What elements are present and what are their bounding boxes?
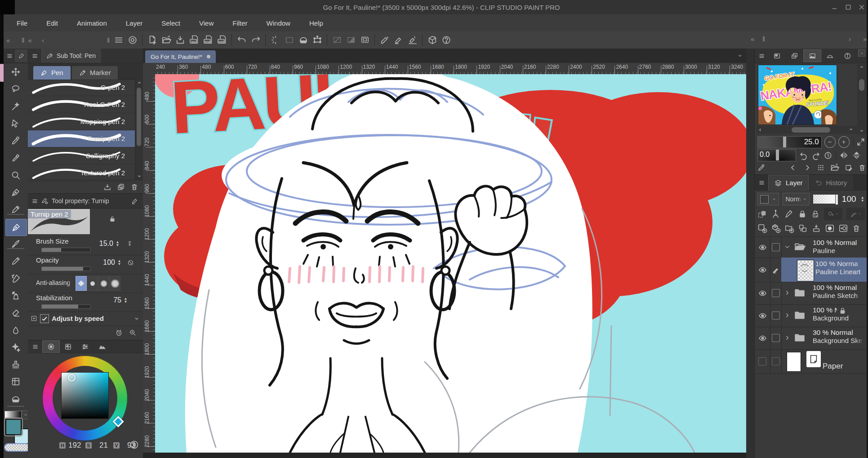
subview-eyedropper-icon[interactable] — [757, 164, 766, 172]
tab-color-set[interactable] — [60, 341, 77, 352]
zoom-slider[interactable]: 25.0 — [757, 136, 822, 148]
enable-keyframes-icon[interactable] — [771, 209, 780, 219]
rotation-slider-handle[interactable] — [776, 150, 779, 160]
duplicate-subtool-icon[interactable] — [117, 183, 125, 191]
workspace-back-icon[interactable]: « — [28, 36, 32, 44]
next-image-icon[interactable] — [803, 164, 811, 172]
panel-collapse-chevron-icon[interactable] — [858, 49, 865, 57]
subtool-tab-marker[interactable]: Marker — [72, 66, 118, 80]
snap-special-ruler-icon[interactable] — [392, 33, 405, 47]
subtool-tab-pen[interactable]: Pen — [33, 66, 71, 80]
delete-layer-icon[interactable] — [852, 224, 861, 233]
tab-navigator[interactable] — [768, 50, 786, 62]
tool-eyedropper-icon[interactable] — [5, 133, 26, 149]
selection-border-icon[interactable] — [358, 33, 372, 47]
collapse-right-panel-icon[interactable]: « — [751, 35, 754, 43]
new-file-icon[interactable] — [145, 33, 159, 47]
tab-quick-access[interactable] — [821, 50, 839, 62]
layer-checkbox[interactable] — [772, 334, 780, 342]
delete-subtool-icon[interactable] — [130, 183, 138, 191]
fit-to-screen-icon[interactable] — [853, 138, 865, 147]
stabilization-value[interactable]: 75 — [113, 296, 121, 304]
tool-strip-tab-icon[interactable] — [15, 50, 27, 62]
rotate-cw-icon[interactable] — [811, 151, 820, 160]
layer-row-background-ske[interactable]: 30 % NormalBackground Ske — [755, 327, 867, 350]
subtool-menu-icon[interactable] — [28, 53, 41, 59]
brush-textured-pen-2[interactable]: Textured pen 2 — [28, 165, 135, 182]
adjust-by-speed-checkbox[interactable] — [40, 314, 49, 323]
brush-real-g-pen-2[interactable]: Real G-Pen 2 — [28, 96, 135, 113]
vector-layer-icon[interactable] — [784, 209, 794, 219]
layer-panel-menu-icon[interactable] — [755, 179, 768, 186]
palette-color-dropdown[interactable] — [757, 193, 779, 205]
menu-file[interactable]: File — [7, 14, 37, 31]
layer-tab[interactable]: Layer — [768, 175, 809, 191]
apply-mask-icon[interactable] — [838, 223, 848, 233]
tool-strip-menu-icon[interactable] — [4, 53, 15, 59]
layer-expander-icon[interactable] — [784, 334, 791, 341]
save-file-icon[interactable] — [173, 33, 187, 47]
opacity-spinner[interactable]: ▲▼ — [116, 258, 122, 267]
main-color-swatch[interactable] — [5, 419, 22, 435]
menu-view[interactable]: View — [190, 14, 223, 31]
tool-blend-icon[interactable] — [5, 322, 26, 338]
invert-selection-icon[interactable] — [344, 33, 358, 47]
zoom-out-button[interactable] — [824, 136, 836, 148]
divider-handle-icon[interactable]: ‖ — [22, 36, 24, 44]
tool-brush-icon[interactable] — [5, 236, 26, 252]
tab-image[interactable] — [803, 49, 821, 62]
open-file-icon[interactable] — [159, 33, 173, 47]
sv-cursor[interactable] — [68, 374, 76, 382]
tool-pen-alt-icon[interactable] — [5, 184, 26, 200]
layer-expander-icon[interactable] — [784, 289, 791, 296]
redo-icon[interactable] — [249, 33, 263, 47]
expand-setting-icon[interactable] — [31, 315, 37, 322]
layer-row-background[interactable]: 100 % NoBackground — [755, 304, 867, 327]
layer-row-pauline-lineart[interactable]: 100 % NormaPauline Lineart — [755, 258, 867, 282]
history-back-icon[interactable]: ‹ — [42, 36, 44, 44]
history-tab[interactable]: History — [809, 175, 854, 190]
transform-icon[interactable] — [310, 33, 324, 47]
import-image-icon[interactable] — [830, 163, 839, 172]
subview-vscrollbar[interactable] — [857, 64, 866, 135]
create-mask-icon[interactable] — [825, 223, 835, 233]
layer-visibility-icon[interactable] — [758, 311, 767, 320]
brush-size-value[interactable]: 15.0 — [99, 240, 113, 248]
tool-pen-icon[interactable] — [5, 219, 27, 236]
layer-expander-icon[interactable] — [784, 312, 791, 319]
tab-color-mixer[interactable] — [94, 341, 111, 352]
transparent-color-button[interactable] — [4, 443, 30, 452]
tab-sub-view[interactable] — [786, 50, 803, 62]
subview-menu-icon[interactable] — [755, 53, 768, 59]
opacity-slider[interactable] — [41, 267, 91, 271]
export-jpg-icon[interactable]: jpg — [187, 33, 201, 47]
anti-aliasing-none[interactable] — [76, 276, 87, 291]
brush-g-pen-2[interactable]: G-pen 2 — [28, 79, 135, 96]
layer-row-pauline-sketch[interactable]: 100 % NormalPauline Sketch — [755, 282, 867, 305]
material-icon[interactable] — [425, 33, 439, 47]
anti-aliasing-weak[interactable] — [87, 276, 98, 291]
palette-dock-handle-icon[interactable]: ‖ — [107, 36, 110, 44]
layer-opacity-value[interactable]: 100 — [842, 194, 856, 204]
layer-checkbox[interactable] — [772, 357, 780, 365]
layer-visibility-icon[interactable] — [758, 243, 767, 252]
set-as-reference-button[interactable] — [824, 208, 842, 220]
flip-horizontal-icon[interactable] — [836, 151, 849, 160]
restore-initial-settings-icon[interactable] — [115, 329, 123, 337]
layer-thumbnail[interactable] — [797, 260, 814, 281]
tool-move-icon[interactable] — [5, 64, 26, 80]
register-settings-icon[interactable] — [129, 329, 137, 337]
layer-visibility-icon[interactable] — [758, 334, 767, 342]
zoom-slider-handle[interactable] — [783, 137, 786, 147]
color-panel-menu-icon[interactable] — [28, 343, 42, 350]
snap-ruler-icon[interactable] — [378, 33, 392, 47]
workspace-next-icon[interactable]: › — [849, 35, 851, 43]
edit-reference-icon[interactable] — [845, 164, 853, 172]
opacity-dynamics-button[interactable] — [127, 259, 134, 266]
lock-layer-icon[interactable] — [798, 209, 807, 218]
layer-row-paper[interactable]: Paper — [755, 349, 867, 374]
edit-tool-settings-icon[interactable] — [131, 197, 138, 205]
menu-window[interactable]: Window — [257, 14, 300, 31]
export-png-icon[interactable]: png — [201, 33, 215, 47]
minimize-button[interactable] — [831, 4, 838, 11]
